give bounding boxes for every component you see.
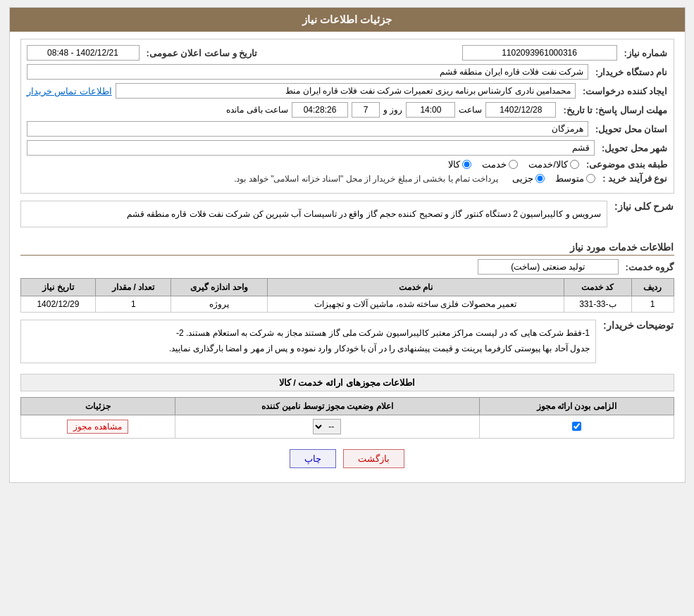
- need-number-label: شماره نیاز:: [621, 48, 668, 58]
- category-khedmat-label: خدمت: [482, 159, 507, 170]
- cell-row-number: 1: [631, 296, 674, 313]
- permissions-table: الزامی بودن ارائه مجوز اعلام وضعیت مجوز …: [20, 397, 674, 439]
- page-title: جزئیات اطلاعات نیاز: [302, 13, 392, 25]
- view-permit-button[interactable]: مشاهده مجوز: [67, 420, 128, 434]
- purchase-jozi-radio[interactable]: [535, 174, 545, 183]
- deadline-time: 14:00: [406, 102, 455, 118]
- cell-service-code: ب-33-331: [564, 296, 631, 313]
- deadline-remaining: 04:28:26: [292, 102, 348, 118]
- need-description-text: سرویس و کالیبراسیون 2 دستگاه کنتور گاز و…: [127, 209, 601, 219]
- category-kala-radio[interactable]: [462, 160, 471, 169]
- row-deadline: مهلت ارسال پاسخ: تا تاریخ: 1402/12/28 سا…: [27, 102, 668, 118]
- purchase-jozi-item: جزیی: [512, 173, 545, 184]
- permissions-title: اطلاعات مجوزهای ارائه خدمت / کالا: [20, 374, 674, 391]
- need-number-value: 1102093961000316: [462, 45, 617, 61]
- deadline-remaining-label: ساعت باقی مانده: [226, 105, 288, 115]
- cell-quantity: 1: [96, 296, 171, 313]
- cell-service-name: تعمیر محصولات فلزی ساخته شده، ماشین آلات…: [267, 296, 564, 313]
- row-city: شهر محل تحویل: قشم: [27, 140, 668, 156]
- row-purchase-type: نوع فرآیند خرید : متوسط جزیی پرداخت تمام…: [27, 173, 668, 184]
- col-date: تاریخ نیاز: [20, 279, 96, 296]
- perm-col-details: جزئیات: [20, 397, 175, 415]
- requester-value: محمدامین نادری کارشناس برنامه ریزی تعمیر…: [116, 83, 576, 99]
- category-radio-group: کالا/خدمت خدمت کالا: [448, 159, 579, 170]
- deadline-days-label: روز و: [383, 105, 402, 115]
- deadline-date: 1402/12/28: [485, 102, 556, 118]
- buyer-notes-line1: 1-فقط شرکت هایی که در لیست مراکز معتبر ک…: [27, 326, 590, 341]
- cell-date: 1402/12/29: [20, 296, 96, 313]
- button-row: بازگشت چاپ: [20, 449, 674, 468]
- perm-required-checkbox[interactable]: [572, 422, 581, 431]
- category-kala-khedmat-label: کالا/خدمت: [528, 159, 568, 170]
- perm-required-cell: [479, 415, 674, 438]
- deadline-days: 7: [352, 102, 380, 118]
- purchase-note: پرداخت تمام یا بخشی از مبلغ خریدار از مح…: [234, 174, 498, 184]
- buyer-notes-label: توضیحات خریدار:: [600, 320, 674, 331]
- perm-col-required: الزامی بودن ارائه مجوز: [479, 397, 674, 415]
- row-requester: ایجاد کننده درخواست: محمدامین نادری کارش…: [27, 83, 668, 99]
- row-need-description: شرح کلی نیاز: سرویس و کالیبراسیون 2 دستگ…: [20, 201, 674, 234]
- col-service-name: نام خدمت: [267, 279, 564, 296]
- perm-details-cell: مشاهده مجوز: [20, 415, 175, 438]
- service-info-section-title: اطلاعات خدمات مورد نیاز: [20, 241, 674, 256]
- category-kala-khedmat-item: کالا/خدمت: [528, 159, 579, 170]
- perm-status-cell: --: [175, 415, 479, 438]
- perm-required-checkbox-wrapper: [485, 422, 668, 431]
- perm-col-status: اعلام وضعیت مجوز توسط نامین کننده: [175, 397, 479, 415]
- requester-contact-link[interactable]: اطلاعات تماس خریدار: [27, 86, 112, 96]
- service-table: ردیف کد خدمت نام خدمت واحد اندازه گیری ت…: [20, 278, 674, 313]
- row-buyer-station: نام دستگاه خریدار: شرکت نفت فلات قاره ای…: [27, 64, 668, 80]
- need-description-box: سرویس و کالیبراسیون 2 دستگاه کنتور گاز و…: [20, 201, 608, 227]
- main-info-section: شماره نیاز: 1102093961000316 تاریخ و ساع…: [20, 39, 674, 194]
- purchase-motavaset-item: متوسط: [555, 173, 595, 184]
- deadline-label: مهلت ارسال پاسخ: تا تاریخ:: [559, 105, 667, 115]
- service-group-label: گروه خدمت:: [622, 262, 674, 272]
- purchase-motavaset-label: متوسط: [555, 173, 584, 184]
- row-need-number: شماره نیاز: 1102093961000316 تاریخ و ساع…: [27, 45, 668, 61]
- page-header: جزئیات اطلاعات نیاز: [10, 8, 685, 32]
- city-value: قشم: [27, 140, 595, 156]
- category-kala-item: کالا: [448, 159, 471, 170]
- cell-unit: پروژه: [171, 296, 268, 313]
- purchase-type-radio-group: متوسط جزیی: [512, 173, 595, 184]
- buyer-station-label: نام دستگاه خریدار:: [592, 67, 668, 77]
- province-value: هرمزگان: [27, 121, 588, 137]
- purchase-jozi-label: جزیی: [512, 173, 533, 184]
- category-kala-label: کالا: [448, 159, 460, 170]
- category-khedmat-item: خدمت: [482, 159, 518, 170]
- category-label: طبقه بندی موضوعی:: [583, 159, 668, 170]
- requester-label: ایجاد کننده درخواست:: [579, 86, 668, 96]
- back-button[interactable]: بازگشت: [343, 449, 404, 468]
- province-label: استان محل تحویل:: [592, 124, 668, 134]
- row-buyer-notes: توضیحات خریدار: 1-فقط شرکت هایی که در لی…: [20, 320, 674, 370]
- row-category: طبقه بندی موضوعی: کالا/خدمت خدمت کالا: [27, 159, 668, 170]
- announce-value: 1402/12/21 - 08:48: [27, 45, 140, 61]
- buyer-station-value: شرکت نفت فلات قاره ایران منطقه قشم: [27, 64, 588, 80]
- perm-status-select[interactable]: --: [313, 419, 341, 434]
- announce-label: تاریخ و ساعت اعلان عمومی:: [143, 48, 258, 58]
- permissions-section: الزامی بودن ارائه مجوز اعلام وضعیت مجوز …: [20, 397, 674, 439]
- purchase-motavaset-radio[interactable]: [586, 174, 595, 183]
- buyer-notes-line2: جدول آحاد بها پیوستی کارفرما پرینت و قیم…: [27, 341, 590, 357]
- purchase-type-label: نوع فرآیند خرید :: [599, 173, 667, 184]
- table-row: 1 ب-33-331 تعمیر محصولات فلزی ساخته شده،…: [20, 296, 674, 313]
- category-khedmat-radio[interactable]: [509, 160, 518, 169]
- row-service-group: گروه خدمت: تولید صنعتی (ساخت): [20, 259, 674, 275]
- col-quantity: تعداد / مقدار: [96, 279, 171, 296]
- deadline-time-label: ساعت: [459, 105, 482, 115]
- service-group-value: تولید صنعتی (ساخت): [478, 259, 619, 275]
- col-unit: واحد اندازه گیری: [171, 279, 268, 296]
- print-button[interactable]: چاپ: [290, 449, 336, 468]
- row-province: استان محل تحویل: هرمزگان: [27, 121, 668, 137]
- city-label: شهر محل تحویل:: [598, 143, 668, 153]
- need-description-label: شرح کلی نیاز:: [611, 201, 674, 212]
- service-table-section: ردیف کد خدمت نام خدمت واحد اندازه گیری ت…: [20, 278, 674, 313]
- category-kala-khedmat-radio[interactable]: [570, 160, 579, 169]
- table-header-row: ردیف کد خدمت نام خدمت واحد اندازه گیری ت…: [20, 279, 674, 296]
- buyer-notes-box: 1-فقط شرکت هایی که در لیست مراکز معتبر ک…: [20, 320, 596, 363]
- perm-header-row: الزامی بودن ارائه مجوز اعلام وضعیت مجوز …: [20, 397, 674, 415]
- perm-table-row: -- مشاهده مجوز: [20, 415, 674, 438]
- col-row-number: ردیف: [631, 279, 674, 296]
- col-service-code: کد خدمت: [564, 279, 631, 296]
